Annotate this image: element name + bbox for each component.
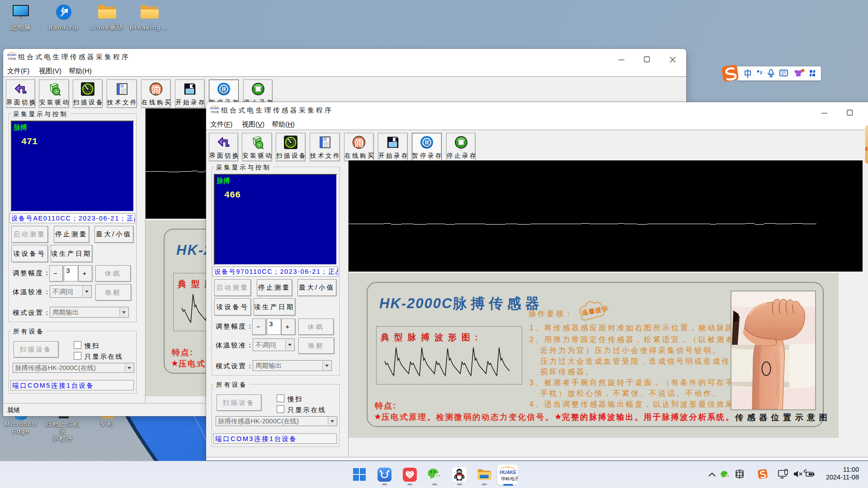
svg-text:华科电子: 华科电子 bbox=[8, 57, 16, 61]
svg-text:华科电子: 华科电子 bbox=[501, 476, 518, 481]
svg-text:HUAKE: HUAKE bbox=[210, 107, 219, 110]
svg-text:HUAKE: HUAKE bbox=[500, 469, 517, 475]
svg-text:HUAKE: HUAKE bbox=[7, 53, 16, 56]
svg-text:华科电子: 华科电子 bbox=[211, 110, 219, 114]
svg-text:T: T bbox=[121, 85, 123, 88]
svg-text:T: T bbox=[324, 138, 326, 141]
